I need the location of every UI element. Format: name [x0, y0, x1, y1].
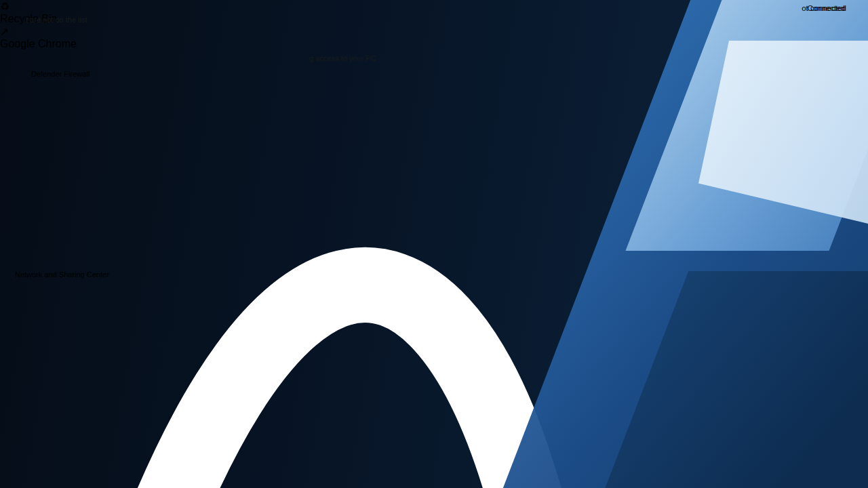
chartvps-app-icon: ↗ [0, 50, 868, 488]
desktop-icon-label: Recycle Bin [0, 13, 868, 25]
recycle-bin-icon: ♻ [0, 0, 868, 13]
desktop-icon-label: Google Chrome [0, 38, 868, 50]
desktop: ♻ Recycle Bin ↗ Google Chrome ↗ Login Ch… [0, 0, 868, 488]
desktop-icon-recycle-bin[interactable]: ♻ Recycle Bin [0, 0, 868, 25]
shortcut-arrow-icon: ↗ [0, 26, 9, 37]
access-text-fragment: g access to your PC [309, 54, 376, 62]
desktop-icon-google-chrome[interactable]: ↗ Google Chrome [0, 25, 868, 50]
not-on-list-text: t are not on the list [26, 16, 87, 24]
connected-label: Connected [807, 4, 845, 12]
defender-firewall-link[interactable]: Defender Firewall [31, 70, 90, 78]
desktop-icon-login-chartvps[interactable]: ↗ Login ChartVPS [0, 50, 868, 488]
chrome-icon: ↗ [0, 25, 868, 38]
network-sharing-center-link[interactable]: Network and Sharing Center [15, 270, 109, 279]
